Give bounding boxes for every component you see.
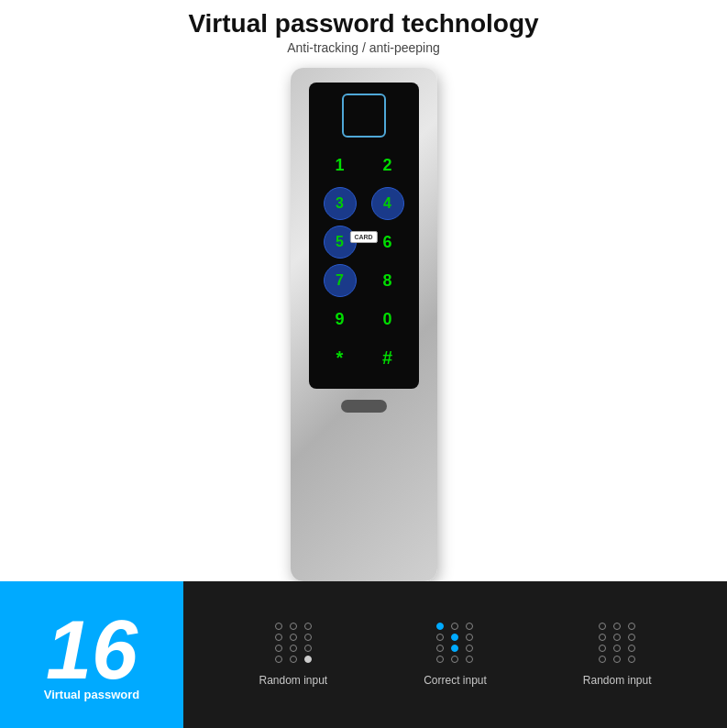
dot [451, 645, 458, 652]
dot [290, 656, 297, 663]
header: Virtual password technology Anti-trackin… [0, 0, 727, 59]
dot [275, 656, 282, 663]
dot-row-3 [436, 645, 473, 652]
dot-row-1 [436, 623, 473, 630]
dot [290, 634, 297, 641]
dot [436, 645, 444, 652]
dot [628, 656, 635, 663]
virtual-password-panel: 16 Virtual password [0, 581, 183, 728]
key-hash[interactable]: # [371, 341, 404, 374]
key-8[interactable]: 8 [371, 264, 404, 297]
dot-group-random-1: Random input [259, 623, 327, 687]
dot [304, 645, 312, 652]
dot [451, 634, 458, 641]
key-star[interactable]: * [324, 341, 357, 374]
group-label-correct: Correct input [424, 674, 487, 687]
key-9[interactable]: 9 [324, 303, 357, 336]
key-3[interactable]: 3 [324, 187, 357, 220]
dot [613, 656, 621, 663]
dot [466, 623, 473, 630]
dot-row-3 [275, 645, 312, 652]
dot [628, 634, 635, 641]
key-4[interactable]: 4 [371, 187, 404, 220]
dot [304, 634, 312, 641]
dot [466, 645, 473, 652]
dot [466, 656, 473, 663]
dot [275, 645, 282, 652]
dot [436, 656, 444, 663]
dot [599, 656, 606, 663]
fingerprint-sensor [342, 94, 386, 138]
dot [304, 623, 312, 630]
group-label-random-2: Random input [583, 674, 652, 687]
page-subtitle: Anti-tracking / anti-peeping [0, 40, 727, 55]
dot-row-4 [599, 656, 635, 663]
dot-row-4 [436, 656, 473, 663]
dot-row-2 [275, 634, 312, 641]
dot [628, 623, 635, 630]
black-panel: 1 2 3 4 5 6 CARD 7 8 [309, 83, 419, 389]
dot [599, 645, 606, 652]
page-title: Virtual password technology [0, 9, 727, 39]
dot [290, 645, 297, 652]
card-icon: CARD [349, 231, 377, 243]
keypad-row-1: 1 2 [316, 149, 412, 182]
keypad-row-3: 5 6 CARD [316, 226, 412, 259]
dot [466, 634, 473, 641]
dot-group-random-2: Random input [583, 623, 652, 687]
dot [613, 623, 621, 630]
main-area: 1 2 3 4 5 6 CARD 7 8 [0, 59, 727, 581]
dot [599, 634, 606, 641]
group-label-random-1: Random input [259, 674, 327, 687]
keypad-row-4: 7 8 [316, 264, 412, 297]
dot [451, 656, 458, 663]
dot [613, 645, 621, 652]
dots-section: Random input C [183, 581, 727, 728]
dot-group-correct: Correct input [424, 623, 487, 687]
lock-device: 1 2 3 4 5 6 CARD 7 8 [291, 68, 437, 581]
key-1[interactable]: 1 [324, 149, 357, 182]
password-digit: 16 [46, 609, 138, 691]
dot-row-1 [599, 623, 635, 630]
dot [613, 634, 621, 641]
dot [628, 645, 635, 652]
dot-row-3 [599, 645, 635, 652]
dot-row-1 [275, 623, 312, 630]
dot [275, 623, 282, 630]
key-2[interactable]: 2 [371, 149, 404, 182]
dot [599, 623, 606, 630]
virtual-password-label: Virtual password [44, 688, 140, 701]
dot-row-4 [275, 656, 312, 663]
dot [436, 634, 444, 641]
dot [436, 623, 444, 630]
dot [451, 623, 458, 630]
keypad-row-6: * # [316, 341, 412, 374]
keypad-row-2: 3 4 [316, 187, 412, 220]
key-7[interactable]: 7 [324, 264, 357, 297]
bottom-section: 16 Virtual password [0, 581, 727, 728]
dot [275, 634, 282, 641]
dot [290, 623, 297, 630]
dot [304, 656, 312, 663]
dot-row-2 [599, 634, 635, 641]
card-reader [341, 400, 387, 413]
key-0[interactable]: 0 [371, 303, 404, 336]
dot-row-2 [436, 634, 473, 641]
keypad-row-5: 9 0 [316, 303, 412, 336]
